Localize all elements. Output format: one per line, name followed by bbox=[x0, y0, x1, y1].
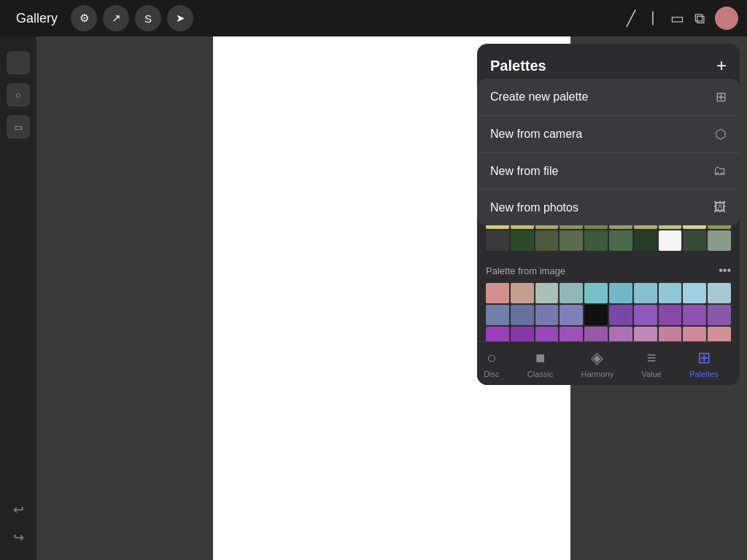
new-from-camera-label: New from camera bbox=[490, 128, 582, 141]
value-tab[interactable]: ≡ Value bbox=[635, 346, 667, 381]
swatch[interactable] bbox=[560, 305, 583, 325]
swatch[interactable] bbox=[511, 230, 534, 251]
swatch[interactable] bbox=[584, 230, 608, 251]
swatch[interactable] bbox=[535, 305, 559, 325]
new-from-photos-label: New from photos bbox=[490, 201, 578, 214]
swatch[interactable] bbox=[634, 305, 657, 325]
create-new-palette-item[interactable]: Create new palette ⊞ bbox=[477, 79, 740, 116]
disc-tab[interactable]: ○ Disc bbox=[478, 346, 505, 381]
palettes-header: Palettes + bbox=[477, 44, 740, 83]
pen-icon[interactable]: ╱ bbox=[627, 9, 635, 27]
swatch[interactable] bbox=[486, 283, 509, 303]
swatch[interactable] bbox=[511, 283, 534, 303]
classic-tab[interactable]: ■ Classic bbox=[522, 346, 559, 381]
new-from-photos-item[interactable]: New from photos 🖼 bbox=[477, 190, 740, 225]
palettes-tab[interactable]: ⊞ Palettes bbox=[684, 346, 724, 381]
palettes-add-button[interactable]: + bbox=[716, 55, 727, 76]
harmony-tab[interactable]: ◈ Harmony bbox=[576, 346, 620, 381]
swatch[interactable] bbox=[560, 230, 583, 251]
top-toolbar: Gallery ⚙ ↗ S ➤ ╱ 〡 ▭ ⧉ bbox=[0, 0, 747, 36]
sidebar-shape-tool[interactable]: ○ bbox=[7, 83, 30, 106]
swatch[interactable] bbox=[659, 230, 682, 251]
classic-tab-icon: ■ bbox=[535, 349, 545, 368]
swatch[interactable] bbox=[659, 305, 682, 325]
palette-section-2-menu[interactable]: ••• bbox=[719, 264, 731, 277]
layers-icon[interactable]: ⧉ bbox=[694, 10, 705, 27]
swatch[interactable] bbox=[535, 230, 559, 251]
swatch[interactable] bbox=[535, 283, 559, 303]
swatch[interactable] bbox=[609, 230, 632, 251]
new-from-camera-item[interactable]: New from camera ⬡ bbox=[477, 116, 740, 153]
swatch[interactable] bbox=[584, 283, 608, 303]
new-from-file-item[interactable]: New from file 🗂 bbox=[477, 153, 740, 190]
modify-icon[interactable]: ↗ bbox=[103, 5, 129, 31]
swatch[interactable] bbox=[609, 283, 632, 303]
swatch[interactable] bbox=[683, 230, 706, 251]
palette-1-row-3 bbox=[486, 230, 731, 251]
swatch[interactable] bbox=[609, 305, 632, 325]
file-icon: 🗂 bbox=[713, 163, 727, 179]
palettes-tab-icon: ⊞ bbox=[697, 349, 711, 368]
swatch[interactable] bbox=[634, 230, 657, 251]
value-tab-icon: ≡ bbox=[647, 349, 657, 368]
palette-section-2-title: Palette from image bbox=[486, 265, 565, 276]
eraser-icon[interactable]: ▭ bbox=[670, 9, 684, 27]
swatch[interactable] bbox=[634, 283, 657, 303]
undo-button[interactable]: ↩ bbox=[13, 502, 24, 518]
grid-icon: ⊞ bbox=[716, 89, 727, 105]
swatch[interactable] bbox=[683, 305, 706, 325]
toolbar-icons-right: ╱ 〡 ▭ ⧉ bbox=[627, 7, 738, 30]
brush-icon[interactable]: 〡 bbox=[646, 9, 660, 28]
swatch[interactable] bbox=[708, 283, 731, 303]
value-tab-label: Value bbox=[641, 370, 661, 378]
palette-section-2: Palette from image ••• bbox=[477, 258, 740, 354]
palette-2-row-2 bbox=[486, 305, 731, 325]
smudge-icon[interactable]: S bbox=[135, 5, 161, 31]
harmony-tab-icon: ◈ bbox=[591, 349, 603, 368]
new-from-file-label: New from file bbox=[490, 165, 558, 178]
camera-icon: ⬡ bbox=[715, 126, 727, 142]
dropdown-menu: Create new palette ⊞ New from camera ⬡ N… bbox=[477, 79, 740, 225]
toolbar-icons-left: ⚙ ↗ S ➤ bbox=[71, 5, 193, 31]
arrow-icon[interactable]: ➤ bbox=[167, 5, 193, 31]
palette-2-row-1 bbox=[486, 283, 731, 303]
sidebar-modify-tool[interactable] bbox=[7, 51, 30, 74]
swatch[interactable] bbox=[708, 230, 731, 251]
palettes-tab-label: Palettes bbox=[689, 370, 719, 378]
classic-tab-label: Classic bbox=[527, 370, 553, 378]
swatch[interactable] bbox=[486, 305, 509, 325]
wrench-icon[interactable]: ⚙ bbox=[71, 5, 97, 31]
swatch[interactable] bbox=[683, 283, 706, 303]
harmony-tab-label: Harmony bbox=[581, 370, 614, 378]
swatch[interactable] bbox=[659, 283, 682, 303]
swatch[interactable] bbox=[486, 230, 509, 251]
palette-section-2-header: Palette from image ••• bbox=[486, 264, 731, 277]
sidebar-rect-tool[interactable]: ▭ bbox=[7, 115, 30, 139]
swatch[interactable] bbox=[511, 305, 534, 325]
sidebar-bottom: ↩ ↪ bbox=[13, 502, 24, 560]
bottom-tabbar: ○ Disc ■ Classic ◈ Harmony ≡ Value ⊞ Pal… bbox=[477, 341, 732, 385]
swatch[interactable] bbox=[584, 305, 608, 325]
redo-button[interactable]: ↪ bbox=[13, 529, 24, 545]
gallery-button[interactable]: Gallery bbox=[9, 7, 65, 31]
left-sidebar: ○ ▭ ↩ ↪ bbox=[0, 36, 36, 560]
swatch[interactable] bbox=[708, 305, 731, 325]
disc-tab-icon: ○ bbox=[487, 349, 496, 368]
photos-icon: 🖼 bbox=[713, 200, 727, 215]
create-new-palette-label: Create new palette bbox=[490, 90, 588, 104]
avatar[interactable] bbox=[715, 7, 738, 30]
palettes-title: Palettes bbox=[490, 58, 546, 74]
swatch[interactable] bbox=[560, 283, 583, 303]
disc-tab-label: Disc bbox=[484, 370, 499, 378]
